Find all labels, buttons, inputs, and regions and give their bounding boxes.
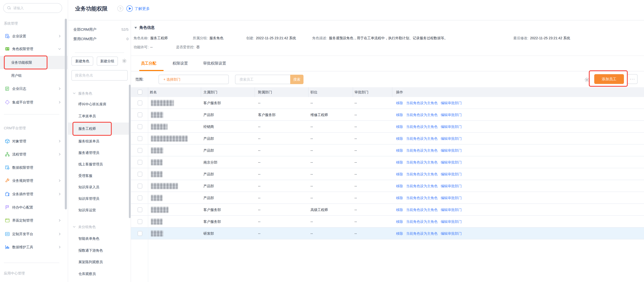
role-item[interactable]: 呼叫中心班长座席 — [68, 100, 131, 108]
set-main-role-link[interactable]: 当前角色设为主角色 — [406, 137, 438, 140]
remove-link[interactable]: 移除 — [396, 184, 403, 188]
sidebar-item-todo-center[interactable]: 待办中心配置 — [0, 202, 68, 212]
set-main-role-link[interactable]: 当前角色设为主角色 — [406, 208, 438, 212]
row-checkbox[interactable] — [138, 148, 142, 153]
edit-approval-dept-link[interactable]: 编辑审批部门 — [441, 113, 462, 117]
column-header-name[interactable]: 姓名 — [150, 87, 157, 97]
role-settings-gear-icon[interactable] — [122, 58, 127, 64]
role-item[interactable]: 受理客服 — [68, 172, 131, 180]
remove-link[interactable]: 移除 — [396, 220, 403, 224]
row-checkbox[interactable] — [138, 136, 142, 141]
sidebar-item-integration-platform[interactable]: 集成平台管理 — [0, 97, 68, 107]
set-main-role-link[interactable]: 当前角色设为主角色 — [406, 172, 438, 176]
row-checkbox[interactable] — [138, 219, 142, 224]
remove-link[interactable]: 移除 — [396, 232, 403, 235]
tab-permission-settings[interactable]: 权限设置 — [172, 59, 188, 68]
sidebar-item-enterprise-log[interactable]: 企业日志 — [0, 84, 68, 93]
sidebar-item-business-plugins[interactable]: 业务插件管理 — [0, 189, 68, 199]
row-checkbox[interactable] — [138, 195, 142, 200]
role-item[interactable]: 服务通管理员 — [68, 149, 131, 157]
remove-link[interactable]: 移除 — [396, 208, 403, 212]
edit-approval-dept-link[interactable]: 编辑审批部门 — [441, 172, 462, 176]
role-item[interactable]: 报数通下游角色 — [68, 246, 131, 255]
role-item[interactable]: 服务组派单员 — [68, 137, 131, 145]
sidebar-item-user-group[interactable]: 用户组 — [0, 71, 68, 80]
set-main-role-link[interactable]: 当前角色设为主角色 — [406, 196, 438, 200]
sidebar-item-process-management[interactable]: 流程管理 — [0, 149, 68, 159]
remove-link[interactable]: 移除 — [396, 113, 403, 117]
remove-link[interactable]: 移除 — [396, 125, 403, 129]
search-button[interactable]: 搜索 — [290, 75, 304, 84]
row-checkbox[interactable] — [138, 160, 142, 165]
edit-approval-dept-link[interactable]: 编辑审批部门 — [441, 208, 462, 212]
sidebar-item-data-maintenance-tools[interactable]: 数据维护工具 — [0, 242, 68, 252]
sidebar-item-enterprise-settings[interactable]: 企业设置 — [0, 31, 68, 41]
edit-approval-dept-link[interactable]: 编辑审批部门 — [441, 137, 462, 140]
role-item[interactable]: 知识库录入员 — [68, 183, 131, 191]
column-header-position[interactable]: 职位 — [310, 87, 318, 97]
remove-link[interactable]: 移除 — [396, 101, 403, 105]
set-main-role-link[interactable]: 当前角色设为主角色 — [406, 220, 438, 224]
column-header-primary-dept[interactable]: 主属部门 — [204, 87, 218, 97]
role-info-section-header[interactable]: 角色信息 — [134, 23, 155, 32]
role-item[interactable]: 知识库管理员 — [68, 194, 131, 203]
edit-approval-dept-link[interactable]: 编辑审批部门 — [441, 184, 462, 188]
set-main-role-link[interactable]: 当前角色设为主角色 — [406, 113, 438, 117]
remove-link[interactable]: 移除 — [396, 137, 403, 140]
new-role-button[interactable]: 新建角色 — [72, 56, 93, 66]
role-search-input[interactable]: 搜索角色名 — [72, 70, 128, 81]
tab-approval-permission-settings[interactable]: 审批权限设置 — [203, 59, 226, 68]
column-header-operations[interactable]: 操作 — [396, 87, 403, 97]
role-item-selected[interactable]: 服务工程师 — [68, 122, 131, 135]
set-main-role-link[interactable]: 当前角色设为主角色 — [406, 125, 438, 129]
edit-approval-dept-link[interactable]: 编辑审批部门 — [441, 125, 462, 129]
play-icon[interactable] — [126, 5, 133, 12]
role-group-ungrouped[interactable]: 未分组角色 — [68, 223, 131, 231]
set-main-role-link[interactable]: 当前角色设为主角色 — [406, 160, 438, 164]
roles-scrollbar[interactable] — [129, 85, 130, 218]
row-checkbox[interactable] — [138, 112, 142, 117]
edit-approval-dept-link[interactable]: 编辑审批部门 — [441, 149, 462, 152]
edit-approval-dept-link[interactable]: 编辑审批部门 — [441, 232, 462, 235]
row-checkbox[interactable] — [138, 207, 142, 212]
help-icon[interactable]: ? — [117, 5, 123, 11]
remove-link[interactable]: 移除 — [396, 160, 403, 164]
role-item[interactable]: 线上客服管理员 — [68, 160, 131, 168]
row-checkbox[interactable] — [138, 184, 142, 189]
edit-approval-dept-link[interactable]: 编辑审批部门 — [441, 196, 462, 200]
column-header-approval-dept[interactable]: 审批部门 — [354, 87, 368, 97]
row-checkbox[interactable] — [138, 231, 142, 236]
select-department-input[interactable]: + 选择部门 — [158, 75, 229, 84]
edit-approval-dept-link[interactable]: 编辑审批部门 — [441, 101, 462, 105]
role-item[interactable]: 展架陈列观察员 — [68, 258, 131, 266]
role-item[interactable]: 知识库运营 — [68, 206, 131, 214]
sidebar-item-object-management[interactable]: 对象管理 — [0, 136, 68, 146]
set-main-role-link[interactable]: 当前角色设为主角色 — [406, 232, 438, 235]
edit-approval-dept-link[interactable]: 编辑审批部门 — [441, 220, 462, 224]
row-checkbox[interactable] — [138, 124, 142, 129]
set-main-role-link[interactable]: 当前角色设为主角色 — [406, 101, 438, 105]
sidebar-item-business-function-permission[interactable]: 业务功能权限 — [0, 56, 68, 69]
all-crm-users-row[interactable]: 全部CRM用户 52/5 — [73, 25, 128, 34]
new-group-button[interactable]: 新建分组 — [97, 56, 118, 66]
remove-link[interactable]: 移除 — [396, 196, 403, 200]
sidebar-scrollbar[interactable] — [65, 19, 67, 209]
learn-more-link[interactable]: 了解更多 — [134, 4, 150, 13]
column-header-secondary-dept[interactable]: 附属部门 — [258, 87, 272, 97]
sidebar-item-custom-dev-platform[interactable]: 定制开发平台 — [0, 229, 68, 239]
sidebar-search-input[interactable]: 请输入 — [3, 3, 62, 13]
role-item[interactable]: 智能表单角色 — [68, 234, 131, 243]
role-item[interactable]: 仓库观察员 — [68, 270, 131, 278]
more-actions-button[interactable]: ··· — [628, 74, 638, 84]
sidebar-item-ui-customization[interactable]: 界面定制管理 — [0, 216, 68, 225]
employee-search-input[interactable]: 搜索员工 搜索 — [235, 75, 304, 84]
sidebar-item-role-permission[interactable]: 角色权限管理 — [0, 44, 68, 54]
sidebar-item-business-rules[interactable]: 业务规则管理 — [0, 176, 68, 186]
select-all-checkbox[interactable] — [138, 90, 142, 95]
set-main-role-link[interactable]: 当前角色设为主角色 — [406, 149, 438, 152]
row-checkbox[interactable] — [138, 172, 142, 177]
edit-approval-dept-link[interactable]: 编辑审批部门 — [441, 160, 462, 164]
disabled-crm-users-row[interactable]: 禁用CRM用户 0 — [73, 35, 128, 43]
table-settings-gear-icon[interactable] — [584, 77, 590, 83]
remove-link[interactable]: 移除 — [396, 149, 403, 152]
